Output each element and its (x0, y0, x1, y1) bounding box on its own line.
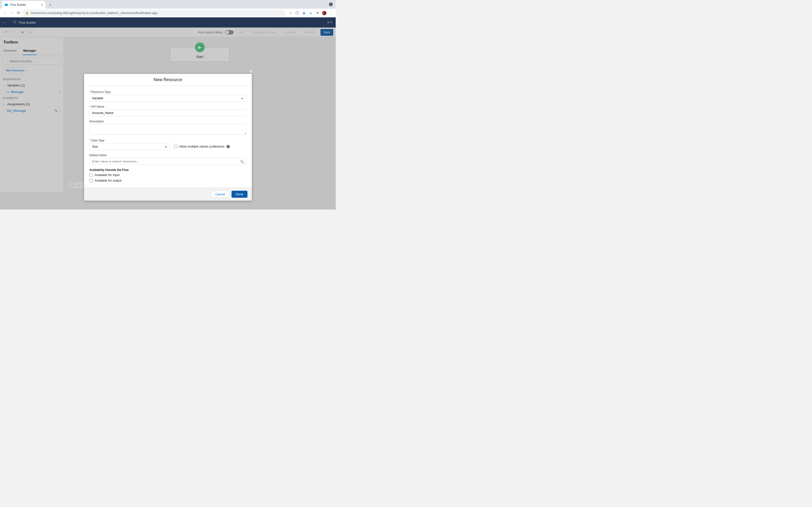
url-text: momentum-computing-884.lightning.force.c… (31, 11, 157, 15)
browser-tab[interactable]: Flow Builder × (2, 1, 45, 9)
browser-toolbar: ← → ⟳ 🔒 momentum-computing-884.lightning… (0, 9, 336, 17)
api-name-label: * API Name (89, 105, 247, 108)
extension-icon-1[interactable]: ◈ (302, 11, 306, 15)
extension-icon-2[interactable]: ● (309, 11, 313, 15)
browser-tab-strip: Flow Builder × + (0, 0, 336, 9)
allow-multiple-label: Allow multiple values (collection) (179, 145, 224, 148)
star-icon[interactable]: ☆ (288, 11, 293, 15)
profile-avatar-icon[interactable] (322, 11, 326, 15)
lock-icon: 🔒 (26, 11, 29, 14)
available-for-output-label: Available for output (95, 179, 121, 182)
resource-type-select[interactable]: Variable (89, 95, 247, 102)
api-name-input[interactable] (89, 109, 247, 116)
close-icon[interactable]: × (41, 3, 43, 7)
chrome-user-menu[interactable] (329, 2, 333, 6)
available-for-input-checkbox[interactable] (89, 173, 93, 177)
info-icon[interactable]: ⓘ (295, 11, 299, 15)
svg-point-0 (5, 4, 8, 6)
allow-multiple-checkbox[interactable] (174, 145, 177, 148)
salesforce-favicon (4, 3, 8, 7)
default-value-input[interactable] (89, 158, 247, 165)
search-icon: 🔍 (240, 160, 244, 163)
new-resource-modal: × New Resource * Resource Type Variable … (84, 74, 252, 201)
new-tab-button[interactable]: + (47, 1, 54, 8)
address-bar[interactable]: 🔒 momentum-computing-884.lightning.force… (22, 10, 286, 16)
extensions-icon[interactable]: ✦ (315, 11, 320, 15)
description-textarea[interactable] (89, 124, 247, 135)
done-button[interactable]: Done (232, 191, 247, 198)
browser-tab-title: Flow Builder (10, 3, 39, 6)
chrome-menu-icon[interactable]: ⋮ (329, 11, 333, 15)
description-label: Description (89, 120, 247, 123)
resource-type-label: * Resource Type (89, 90, 247, 94)
cancel-button[interactable]: Cancel (211, 191, 229, 198)
modal-close-button[interactable]: × (249, 68, 253, 75)
modal-title: New Resource (84, 74, 252, 86)
forward-icon: → (10, 10, 14, 15)
available-for-input-label: Available for input (95, 173, 120, 177)
reload-icon[interactable]: ⟳ (17, 11, 20, 15)
data-type-label: * Data Type (89, 139, 170, 142)
data-type-select[interactable]: Text (89, 143, 170, 150)
default-value-label: Default Value (89, 154, 247, 157)
info-icon[interactable]: i (226, 145, 230, 148)
available-for-output-checkbox[interactable] (89, 179, 93, 182)
availability-heading: Availability Outside the Flow (89, 168, 247, 172)
back-icon[interactable]: ← (2, 10, 7, 15)
